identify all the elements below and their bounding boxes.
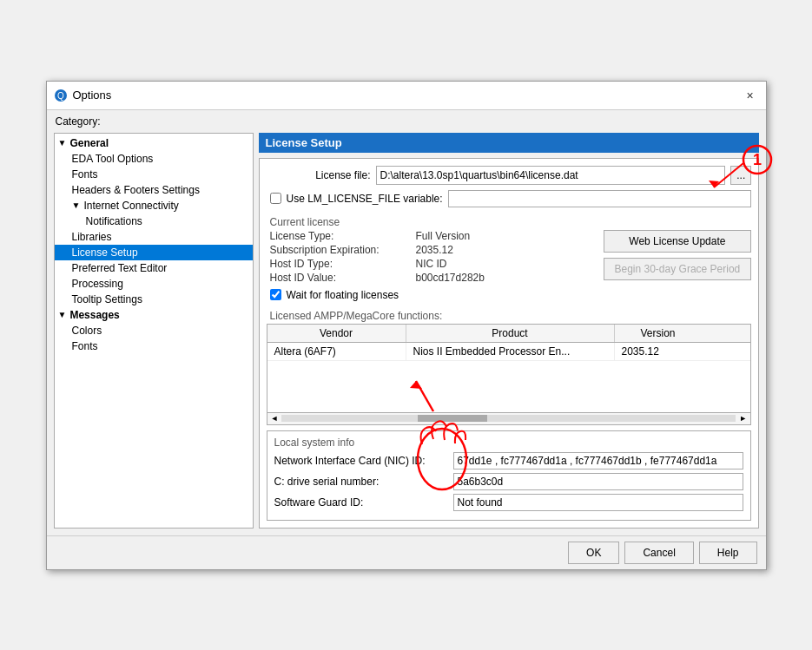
scroll-thumb[interactable] (418, 415, 487, 422)
sidebar-item-messages-label: Messages (69, 309, 119, 321)
sidebar: ▼ General EDA Tool Options Fonts Headers… (54, 133, 254, 529)
sidebar-item-license-setup[interactable]: License Setup (55, 245, 253, 260)
grace-period-button[interactable]: Begin 30-day Grace Period (604, 258, 752, 280)
sidebar-item-internet-connectivity[interactable]: ▼ Internet Connectivity (55, 198, 253, 213)
cancel-button[interactable]: Cancel (624, 542, 693, 564)
license-info-row: License Type: Full Version Subscription … (267, 230, 752, 301)
web-update-button[interactable]: Web License Update (604, 230, 752, 253)
sidebar-item-messages[interactable]: ▼ Messages (55, 307, 253, 323)
app-icon: Q (54, 89, 68, 102)
host-id-value-value: b00cd17d282b (416, 272, 590, 284)
info-grid: License Type: Full Version Subscription … (267, 230, 590, 284)
local-info-section: Local system info Network Interface Card… (267, 430, 752, 521)
dialog-body: Category: ▼ General EDA Tool Options Fon… (47, 110, 766, 535)
sidebar-item-colors-label: Colors (72, 325, 102, 337)
table-header: Vendor Product Version (267, 325, 751, 343)
dialog-title: Options (73, 89, 112, 102)
use-lm-checkbox[interactable] (270, 193, 281, 204)
options-dialog: Q Options × Category: ▼ General EDA Tool… (46, 81, 767, 570)
wait-floating-checkbox[interactable] (270, 289, 281, 300)
svg-text:Q: Q (57, 91, 64, 101)
right-buttons: Web License Update Begin 30-day Grace Pe… (604, 230, 752, 301)
table-body: Altera (6AF7) Nios II Embedded Processor… (267, 343, 751, 412)
sidebar-item-libraries[interactable]: Libraries (55, 229, 253, 245)
table-cell-version: 2035.12 (615, 343, 702, 360)
category-label: Category: (47, 110, 766, 129)
main-content: ▼ General EDA Tool Options Fonts Headers… (47, 129, 766, 535)
software-guard-label: Software Guard ID: (274, 496, 448, 509)
use-lm-label: Use LM_LICENSE_FILE variable: (287, 193, 443, 205)
sidebar-item-colors[interactable]: Colors (55, 323, 253, 338)
dialog-footer: OK Cancel Help (47, 535, 766, 569)
col-header-vendor: Vendor (267, 325, 406, 342)
title-bar-left: Q Options (54, 89, 112, 102)
license-type-label: License Type: (270, 230, 409, 242)
host-id-type-value: NIC ID (416, 258, 590, 270)
table-row[interactable]: Altera (6AF7) Nios II Embedded Processor… (267, 343, 751, 361)
nic-row: Network Interface Card (NIC) ID: (274, 452, 744, 469)
sidebar-item-processing[interactable]: Processing (55, 276, 253, 292)
sidebar-item-fonts-label: Fonts (72, 168, 98, 181)
title-bar: Q Options × (47, 82, 766, 110)
right-panel: License Setup License file: ... Use LM_L… (259, 133, 760, 529)
license-file-input[interactable] (376, 166, 726, 185)
sidebar-item-processing-label: Processing (72, 278, 123, 290)
license-file-label: License file: (267, 169, 371, 181)
use-lm-row: Use LM_LICENSE_FILE variable: (267, 190, 752, 207)
sidebar-item-libraries-label: Libraries (72, 231, 112, 243)
current-license-title: Current license (267, 213, 752, 230)
sidebar-item-eda-label: EDA Tool Options (72, 153, 154, 165)
ok-button[interactable]: OK (568, 542, 619, 564)
sidebar-item-fonts[interactable]: Fonts (55, 167, 253, 182)
software-guard-input[interactable] (453, 494, 744, 511)
licensed-functions-table: Vendor Product Version Altera (6AF7) Nio… (267, 324, 752, 425)
license-file-row: License file: ... (267, 166, 752, 185)
scroll-left-arrow[interactable]: ◄ (269, 414, 281, 423)
expand-arrow-messages: ▼ (58, 310, 67, 319)
sidebar-item-preferred-text-editor[interactable]: Preferred Text Editor (55, 260, 253, 276)
host-id-type-label: Host ID Type: (270, 258, 409, 270)
sidebar-item-general-label: General (69, 137, 109, 149)
close-button[interactable]: × (742, 87, 759, 104)
expand-arrow-internet: ▼ (72, 200, 81, 210)
current-license-section: Current license License Type: Full Versi… (267, 213, 752, 301)
help-button[interactable]: Help (699, 542, 757, 564)
drive-serial-label: C: drive serial number: (274, 476, 448, 488)
host-id-value-label: Host ID Value: (270, 272, 409, 284)
sidebar-item-tooltip-settings[interactable]: Tooltip Settings (55, 292, 253, 307)
panel-title: License Setup (259, 133, 760, 153)
sidebar-item-fonts-msg[interactable]: Fonts (55, 338, 253, 354)
wait-floating-label: Wait for floating licenses (287, 289, 399, 301)
subscription-label: Subscription Expiration: (270, 244, 409, 256)
license-type-value: Full Version (416, 230, 590, 242)
sidebar-item-notifications[interactable]: Notifications (55, 213, 253, 229)
sidebar-item-pte-label: Preferred Text Editor (72, 262, 168, 274)
horizontal-scrollbar[interactable]: ◄ ► (267, 412, 751, 424)
nic-label: Network Interface Card (NIC) ID: (274, 455, 448, 467)
browse-button[interactable]: ... (730, 166, 751, 185)
sidebar-item-headers-footers[interactable]: Headers & Footers Settings (55, 182, 253, 198)
sidebar-item-general[interactable]: ▼ General (55, 135, 253, 151)
sidebar-item-tooltip-label: Tooltip Settings (72, 293, 142, 305)
scroll-track[interactable] (281, 415, 736, 422)
sidebar-item-eda-tool-options[interactable]: EDA Tool Options (55, 151, 253, 167)
local-info-title: Local system info (274, 437, 744, 449)
sidebar-item-headers-label: Headers & Footers Settings (72, 184, 200, 196)
panel-body: License file: ... Use LM_LICENSE_FILE va… (259, 158, 760, 529)
license-info-left: License Type: Full Version Subscription … (267, 230, 590, 301)
sidebar-item-fonts-msg-label: Fonts (72, 340, 98, 352)
sidebar-item-internet-label: Internet Connectivity (83, 200, 178, 212)
software-guard-row: Software Guard ID: (274, 494, 744, 511)
subscription-value: 2035.12 (416, 244, 590, 256)
col-header-product: Product (406, 325, 615, 342)
sidebar-item-license-label: License Setup (72, 246, 138, 259)
drive-serial-input[interactable] (453, 473, 744, 490)
col-header-version: Version (615, 325, 702, 342)
nic-value-input[interactable] (453, 452, 744, 469)
wait-floating-row: Wait for floating licenses (267, 289, 590, 301)
expand-arrow-general: ▼ (58, 138, 67, 148)
lm-value-input[interactable] (448, 190, 752, 207)
licensed-functions-title: Licensed AMPP/MegaCore functions: (267, 306, 752, 324)
scroll-right-arrow[interactable]: ► (737, 414, 749, 423)
licensed-functions-section: Licensed AMPP/MegaCore functions: Vendor… (267, 306, 752, 425)
